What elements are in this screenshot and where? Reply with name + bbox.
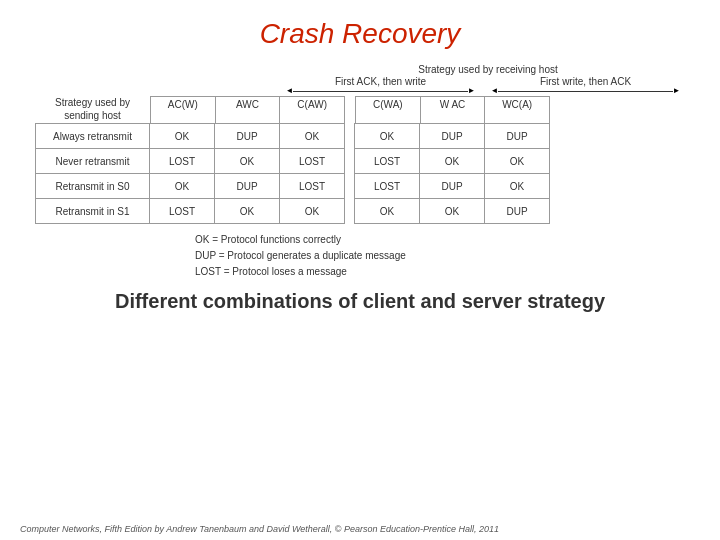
cell-left-3-1: OK: [214, 198, 280, 224]
table-row: Retransmit in S0OKDUPLOSTLOSTDUPOK: [35, 174, 685, 199]
cell-left-3-0: LOST: [149, 198, 215, 224]
cell-left-1-2: LOST: [279, 148, 345, 174]
col-header-WC-A: WC(A): [485, 96, 550, 124]
row-label-1: Never retransmit: [35, 148, 150, 174]
arrow-right-2: ►: [673, 87, 681, 95]
cell-left-0-1: DUP: [214, 123, 280, 149]
cell-right-1-2: OK: [484, 148, 550, 174]
cell-right-1-0: LOST: [354, 148, 420, 174]
diagram-area: Strategy used by receiving host First AC…: [0, 64, 720, 224]
cell-left-3-2: OK: [279, 198, 345, 224]
cell-right-3-1: OK: [419, 198, 485, 224]
table-row: Retransmit in S1LOSTOKOKOKOKDUP: [35, 199, 685, 224]
cell-right-1-1: OK: [419, 148, 485, 174]
cell-left-2-0: OK: [149, 173, 215, 199]
table-row: Always retransmitOKDUPOKOKDUPDUP: [35, 124, 685, 149]
arrow-right-1: ►: [468, 87, 476, 95]
subheader-left: First ACK, then write: [335, 76, 426, 87]
cell-right-2-1: DUP: [419, 173, 485, 199]
receiving-host-label: Strategy used by receiving host: [293, 64, 683, 75]
legend-line-0: OK = Protocol functions correctly: [195, 232, 720, 248]
subtitle: Different combinations of client and ser…: [0, 290, 720, 313]
cell-left-2-1: DUP: [214, 173, 280, 199]
cell-right-3-0: OK: [354, 198, 420, 224]
sending-host-label: Strategy used bysending host: [55, 96, 130, 122]
col-header-AC-W: AC(W): [150, 96, 216, 124]
arrow-left-1: ◄: [286, 87, 294, 95]
page-title: Crash Recovery: [0, 0, 720, 50]
col-header-AWC: AWC: [216, 96, 281, 124]
cell-right-0-1: DUP: [419, 123, 485, 149]
legend-line-2: LOST = Protocol loses a message: [195, 264, 720, 280]
cell-left-0-2: OK: [279, 123, 345, 149]
cell-left-2-2: LOST: [279, 173, 345, 199]
legend-area: OK = Protocol functions correctlyDUP = P…: [195, 232, 720, 280]
cell-right-3-2: DUP: [484, 198, 550, 224]
col-header-WAC: W AC: [421, 96, 486, 124]
row-label-0: Always retransmit: [35, 123, 150, 149]
row-label-3: Retransmit in S1: [35, 198, 150, 224]
cell-left-1-0: LOST: [149, 148, 215, 174]
cell-left-0-0: OK: [149, 123, 215, 149]
row-label-2: Retransmit in S0: [35, 173, 150, 199]
cell-left-1-1: OK: [214, 148, 280, 174]
cell-right-2-0: LOST: [354, 173, 420, 199]
col-header-C-WA: C(WA): [355, 96, 421, 124]
subheader-right: First write, then ACK: [540, 76, 631, 87]
table-row: Never retransmitLOSTOKLOSTLOSTOKOK: [35, 149, 685, 174]
footer: Computer Networks, Fifth Edition by Andr…: [20, 524, 499, 534]
legend-line-1: DUP = Protocol generates a duplicate mes…: [195, 248, 720, 264]
cell-right-0-0: OK: [354, 123, 420, 149]
col-header-C-AW: C(AW): [280, 96, 345, 124]
cell-right-0-2: DUP: [484, 123, 550, 149]
cell-right-2-2: OK: [484, 173, 550, 199]
arrow-left-2: ◄: [491, 87, 499, 95]
